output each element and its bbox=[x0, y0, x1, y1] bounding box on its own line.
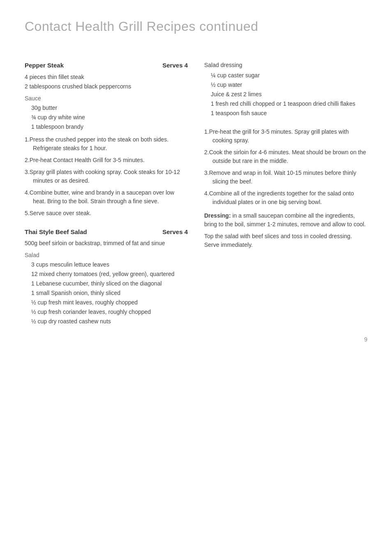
thai-salad-description: 500g beef sirloin or backstrap, trimmed … bbox=[25, 239, 188, 248]
dressing-note: Dressing: in a small saucepan combine al… bbox=[204, 211, 367, 229]
salad-dressing-label: Salad dressing bbox=[204, 61, 367, 70]
pepper-steak-ingredient-1: 4 pieces thin fillet steak bbox=[25, 73, 188, 81]
salad-ingredient-6: ½ cup fresh coriander leaves, roughly ch… bbox=[31, 308, 188, 316]
sauce-ingredients: 30g butter ¾ cup dry white wine 1 tables… bbox=[25, 104, 188, 131]
right-step-4: 4.Combine all of the ingredients togethe… bbox=[204, 189, 367, 207]
right-step-1: 1.Pre-heat the grill for 3-5 minutes. Sp… bbox=[204, 128, 367, 145]
pepper-steak-block: Pepper Steak Serves 4 4 pieces thin fill… bbox=[25, 61, 188, 218]
pepper-steak-ingredient-2: 2 tablespoons crushed black peppercorns bbox=[25, 82, 188, 91]
right-step-2: 2.Cook the sirloin for 4-6 minutes. Meat… bbox=[204, 148, 367, 165]
salad-ingredients: 3 cups mesculin lettuce leaves 12 mixed … bbox=[25, 260, 188, 326]
salad-ingredient-1: 3 cups mesculin lettuce leaves bbox=[31, 260, 188, 269]
thai-salad-title: Thai Style Beef Salad bbox=[25, 227, 87, 237]
pepper-steak-step-2: 2.Pre-heat Contact Health Grill for 3-5 … bbox=[25, 156, 188, 165]
sauce-ingredient-2: ¾ cup dry white wine bbox=[31, 113, 188, 122]
right-step-3: 3.Remove and wrap in foil. Wait 10-15 mi… bbox=[204, 169, 367, 186]
dressing-ingredient-1: ¼ cup caster sugar bbox=[211, 71, 367, 80]
sauce-ingredient-1: 30g butter bbox=[31, 104, 188, 112]
salad-label: Salad bbox=[25, 251, 188, 260]
dressing-ingredient-4: 1 fresh red chilli chopped or 1 teaspoon… bbox=[211, 100, 367, 108]
top-note: Top the salad with beef slices and toss … bbox=[204, 232, 367, 249]
salad-dressing-ingredients: ¼ cup caster sugar ½ cup water Juice & z… bbox=[204, 71, 367, 118]
salad-ingredient-7: ½ cup dry roasted cashew nuts bbox=[31, 317, 188, 326]
sauce-label: Sauce bbox=[25, 94, 188, 103]
salad-dressing-block: Salad dressing ¼ cup caster sugar ½ cup … bbox=[204, 61, 367, 118]
content-area: Pepper Steak Serves 4 4 pieces thin fill… bbox=[25, 61, 367, 336]
page: Contact Health Grill Recipes continued P… bbox=[0, 0, 392, 360]
thai-salad-title-row: Thai Style Beef Salad Serves 4 bbox=[25, 227, 188, 237]
thai-salad-serves: Serves 4 bbox=[162, 227, 188, 237]
sauce-ingredient-3: 1 tablespoon brandy bbox=[31, 123, 188, 131]
pepper-steak-title-row: Pepper Steak Serves 4 bbox=[25, 61, 188, 70]
salad-ingredient-3: 1 Lebanese cucumber, thinly sliced on th… bbox=[31, 279, 188, 288]
right-column: Salad dressing ¼ cup caster sugar ½ cup … bbox=[204, 61, 367, 336]
pepper-steak-step-4: 4.Combine butter, wine and brandy in a s… bbox=[25, 188, 188, 206]
pepper-steak-serves: Serves 4 bbox=[162, 61, 188, 70]
left-column: Pepper Steak Serves 4 4 pieces thin fill… bbox=[25, 61, 188, 336]
dressing-ingredient-3: Juice & zest 2 limes bbox=[211, 90, 367, 99]
dressing-ingredient-2: ½ cup water bbox=[211, 81, 367, 89]
salad-ingredient-2: 12 mixed cherry tomatoes (red, yellow gr… bbox=[31, 270, 188, 278]
pepper-steak-instructions: 1.Press the crushed pepper into the stea… bbox=[25, 135, 188, 218]
pepper-steak-step-3: 3.Spray grill plates with cooking spray.… bbox=[25, 168, 188, 185]
pepper-steak-step-1: 1.Press the crushed pepper into the stea… bbox=[25, 135, 188, 153]
pepper-steak-title: Pepper Steak bbox=[25, 61, 64, 70]
thai-beef-salad-block: Thai Style Beef Salad Serves 4 500g beef… bbox=[25, 227, 188, 326]
salad-ingredient-4: 1 small Spanish onion, thinly sliced bbox=[31, 289, 188, 297]
page-title: Contact Health Grill Recipes continued bbox=[25, 16, 367, 36]
right-instructions: 1.Pre-heat the grill for 3-5 minutes. Sp… bbox=[204, 128, 367, 207]
pepper-steak-step-5: 5.Serve sauce over steak. bbox=[25, 209, 188, 218]
salad-ingredient-5: ½ cup fresh mint leaves, roughly chopped bbox=[31, 298, 188, 307]
page-number: 9 bbox=[364, 335, 367, 344]
dressing-ingredient-5: 1 teaspoon fish sauce bbox=[211, 109, 367, 118]
